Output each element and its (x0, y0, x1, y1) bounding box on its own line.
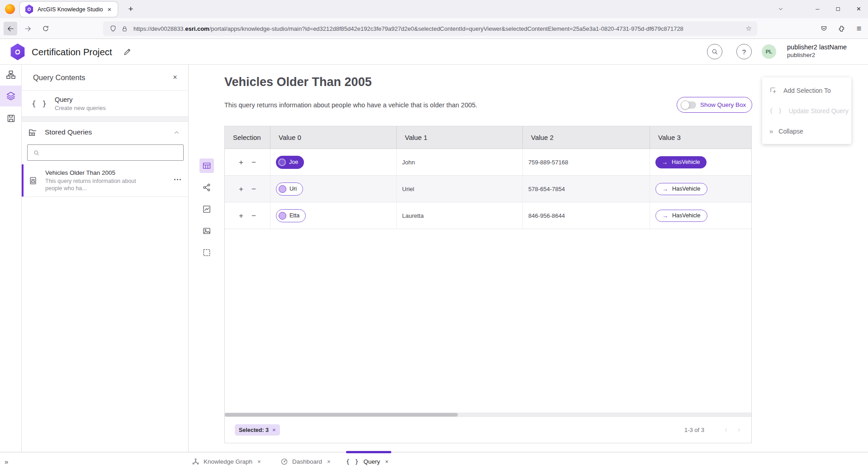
menu-item-update-stored-query[interactable]: { } Update Stored Query (762, 101, 851, 121)
hamburger-menu-icon[interactable]: ≡ (852, 22, 866, 35)
query-braces-icon: { } (769, 107, 783, 114)
browser-tab[interactable]: ArcGIS Knowledge Studio × (20, 2, 118, 17)
extensions-icon[interactable] (835, 22, 848, 35)
header-search-button[interactable] (707, 44, 722, 59)
page-range: 1-3 of 3 (684, 427, 704, 433)
node-dot-icon (278, 158, 286, 166)
node-pill[interactable]: Etta (276, 209, 306, 222)
tab-close-icon[interactable]: × (105, 5, 114, 14)
remove-selection-icon[interactable]: − (251, 185, 256, 193)
stored-query-description: This query returns information about peo… (45, 177, 148, 192)
stored-query-item[interactable]: Vehicles Older Than 2005 This query retu… (22, 164, 188, 197)
knowledge-graph-icon (192, 458, 199, 465)
selection-element-icon[interactable] (199, 245, 214, 260)
stored-queries-header[interactable]: Stored Queries (22, 122, 188, 143)
arcgis-favicon-icon (25, 5, 33, 14)
minimize-icon[interactable] (808, 0, 827, 18)
avatar[interactable]: PL (762, 44, 776, 59)
tab-close-icon[interactable]: × (327, 458, 331, 465)
chevron-up-icon[interactable] (173, 129, 180, 136)
table-element-icon[interactable] (199, 158, 214, 173)
shield-icon[interactable] (109, 25, 117, 32)
page-title: Vehicles Older Than 2005 (224, 75, 372, 89)
clear-selection-icon[interactable]: × (272, 427, 276, 433)
query-contents-panel: Query Contents × { } Query Create new qu… (22, 65, 189, 452)
expand-panel-icon[interactable]: » (5, 452, 8, 470)
forward-button[interactable] (21, 22, 34, 35)
back-button[interactable] (4, 22, 17, 35)
left-rail (0, 65, 22, 452)
add-selection-icon[interactable]: + (239, 212, 243, 220)
hierarchy-icon[interactable] (0, 64, 22, 85)
show-query-box-toggle[interactable]: Show Query Box (677, 97, 752, 113)
panel-divider (22, 116, 188, 122)
url-text: https://dev0028833.esri.com/portal/apps/… (133, 25, 742, 32)
bookmark-star-icon[interactable]: ☆ (746, 24, 752, 33)
scrollbar-thumb[interactable] (225, 413, 458, 417)
edge-pill[interactable]: →HasVehicle (655, 183, 707, 195)
url-bar[interactable]: https://dev0028833.esri.com/portal/apps/… (103, 21, 757, 36)
toggle-label: Show Query Box (700, 101, 746, 108)
panel-close-icon[interactable]: × (170, 72, 180, 82)
table-row[interactable]: + − Joe John 759-889-57168 →HasVehicle (225, 149, 751, 176)
tab-close-icon[interactable]: × (385, 458, 389, 465)
node-pill[interactable]: Uri (276, 182, 303, 196)
link-chart-element-icon[interactable] (199, 180, 214, 195)
remove-selection-icon[interactable]: − (251, 158, 256, 166)
edge-pill[interactable]: →HasVehicle (655, 210, 707, 222)
node-pill[interactable]: Joe (276, 156, 304, 169)
arrow-right-icon: → (662, 212, 668, 219)
pocket-icon[interactable] (817, 22, 830, 35)
query-create-item[interactable]: { } Query Create new queries (22, 91, 188, 116)
table-row[interactable]: + − Etta Lauretta 846-956-8644 →HasVehic… (225, 202, 751, 229)
window-close-icon[interactable]: × (849, 0, 868, 18)
help-button[interactable]: ? (736, 44, 752, 59)
stored-queries-search[interactable] (27, 144, 184, 161)
lock-icon[interactable] (121, 25, 128, 32)
page-description: This query returns information about peo… (224, 101, 477, 109)
edge-pill[interactable]: →HasVehicle (655, 156, 707, 168)
search-input[interactable] (43, 149, 183, 156)
add-selection-icon[interactable]: + (239, 158, 243, 166)
new-tab-button[interactable]: + (125, 3, 137, 15)
remove-selection-icon[interactable]: − (251, 212, 256, 220)
selected-count-chip[interactable]: Selected: 3 × (235, 424, 280, 436)
save-icon[interactable] (0, 108, 22, 129)
layers-icon[interactable] (0, 86, 22, 106)
user-info[interactable]: publisher2 lastName publisher2 (787, 43, 847, 59)
tab-close-icon[interactable]: × (257, 458, 261, 465)
arrow-right-icon: → (662, 186, 668, 192)
horizontal-scrollbar[interactable] (225, 412, 751, 417)
column-header-value3[interactable]: Value 3 (650, 126, 751, 149)
column-header-value0[interactable]: Value 0 (270, 126, 397, 149)
menu-item-collapse[interactable]: » Collapse (762, 121, 851, 141)
column-header-value2[interactable]: Value 2 (523, 126, 650, 149)
add-selection-icon[interactable]: + (239, 185, 243, 193)
node-dot-icon (279, 185, 286, 193)
pagination: 1-3 of 3 (684, 424, 745, 436)
map-element-icon[interactable] (199, 224, 214, 238)
next-page-icon[interactable] (732, 424, 745, 436)
table-row[interactable]: + − Uri Uriel 578-654-7854 →HasVehicle (225, 176, 751, 202)
maximize-icon[interactable] (829, 0, 848, 18)
edit-title-icon[interactable] (121, 46, 133, 58)
query-results-table: Selection Value 0 Value 1 Value 2 Value … (224, 126, 752, 443)
prev-page-icon[interactable] (720, 424, 732, 436)
item-options-icon[interactable] (174, 179, 181, 180)
column-header-value1[interactable]: Value 1 (397, 126, 523, 149)
chart-element-icon[interactable] (199, 202, 214, 216)
user-role: publisher2 (787, 51, 847, 59)
tab-query[interactable]: { } Query × (346, 452, 389, 470)
node-dot-icon (279, 212, 286, 220)
stored-queries-title: Stored Queries (45, 128, 173, 136)
toggle-track (682, 101, 696, 109)
reload-button[interactable] (39, 22, 52, 35)
list-tabs-icon[interactable] (772, 0, 790, 18)
tab-knowledge-graph[interactable]: Knowledge Graph × (192, 452, 261, 470)
firefox-icon[interactable] (5, 4, 15, 14)
tab-dashboard[interactable]: Dashboard × (280, 452, 331, 470)
column-header-selection[interactable]: Selection (225, 126, 270, 149)
menu-item-add-selection-to[interactable]: Add Selection To (762, 80, 851, 101)
query-item-title: Query (55, 96, 106, 103)
toggle-knob (681, 101, 690, 110)
